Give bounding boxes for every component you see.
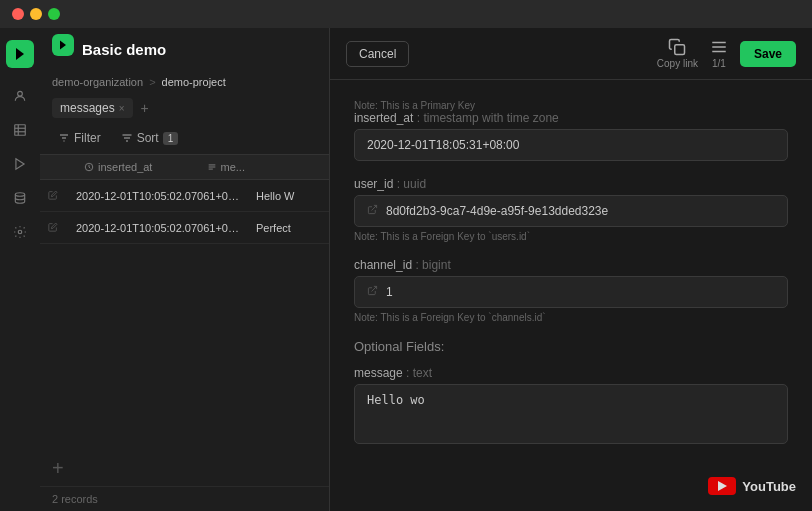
svg-line-22 bbox=[372, 286, 377, 291]
sort-icon bbox=[121, 132, 133, 144]
svg-point-7 bbox=[15, 193, 24, 197]
main-layout: Basic demo demo-organization > demo-proj… bbox=[0, 28, 812, 511]
filter-label: Filter bbox=[74, 131, 101, 145]
svg-marker-0 bbox=[16, 48, 24, 60]
table-col-checkbox bbox=[48, 155, 76, 179]
text-icon bbox=[207, 162, 217, 172]
field-note-user-fk: Note: This is a Foreign Key to `users.id… bbox=[354, 231, 788, 242]
table-rows: 2020-12-01T10:05:02.07061+00:00 Hello W … bbox=[40, 180, 329, 451]
tab-messages[interactable]: messages × bbox=[52, 98, 133, 118]
youtube-watermark: YouTube bbox=[708, 477, 796, 495]
breadcrumb-org: demo-organization bbox=[52, 76, 143, 88]
cancel-button[interactable]: Cancel bbox=[346, 41, 409, 67]
field-note-channel-fk: Note: This is a Foreign Key to `channels… bbox=[354, 312, 788, 323]
svg-rect-17 bbox=[675, 45, 685, 55]
row-cell-message-1: Hello W bbox=[248, 190, 321, 202]
row-cell-timestamp-1: 2020-12-01T10:05:02.07061+00:00 bbox=[68, 190, 248, 202]
sort-button[interactable]: Sort 1 bbox=[115, 128, 185, 148]
filter-icon bbox=[58, 132, 70, 144]
field-value-text-inserted-at: 2020-12-01T18:05:31+08:00 bbox=[367, 138, 519, 152]
field-inserted-at: Note: This is a Primary Key inserted_at … bbox=[354, 100, 788, 161]
app-title: Basic demo bbox=[82, 41, 166, 58]
table-col-message[interactable]: me... bbox=[199, 155, 322, 179]
filter-row: Filter Sort 1 bbox=[40, 122, 329, 154]
right-panel: Cancel Copy link 1/1 Save Note: This is … bbox=[330, 28, 812, 511]
pagination-icon bbox=[710, 38, 728, 56]
pagination-label: 1/1 bbox=[712, 58, 726, 69]
sidebar-icon-play[interactable] bbox=[6, 150, 34, 178]
field-label-message: message : text bbox=[354, 366, 788, 380]
table-row[interactable]: 2020-12-01T10:05:02.07061+00:00 Hello W bbox=[40, 180, 329, 212]
row-cell-message-2: Perfect bbox=[248, 222, 321, 234]
sort-label: Sort bbox=[137, 131, 159, 145]
svg-marker-6 bbox=[16, 159, 24, 170]
field-value-user-id[interactable]: 8d0fd2b3-9ca7-4d9e-a95f-9e13dded323e bbox=[354, 195, 788, 227]
svg-rect-2 bbox=[15, 125, 26, 136]
field-user-id: user_id : uuid 8d0fd2b3-9ca7-4d9e-a95f-9… bbox=[354, 177, 788, 242]
copy-link-icon bbox=[668, 38, 686, 56]
tab-close-icon[interactable]: × bbox=[119, 103, 125, 114]
field-value-inserted-at[interactable]: 2020-12-01T18:05:31+08:00 bbox=[354, 129, 788, 161]
sidebar-icon-user[interactable] bbox=[6, 82, 34, 110]
field-value-channel-id[interactable]: 1 bbox=[354, 276, 788, 308]
optional-heading: Optional Fields: bbox=[354, 339, 788, 354]
svg-point-1 bbox=[18, 91, 23, 96]
row-edit-icon-2 bbox=[48, 222, 68, 234]
app-logo bbox=[6, 40, 34, 68]
field-value-text-channel-id: 1 bbox=[386, 285, 393, 299]
table-header: inserted_at me... bbox=[40, 154, 329, 180]
tab-messages-label: messages bbox=[60, 101, 115, 115]
svg-line-21 bbox=[372, 205, 377, 210]
external-link-icon-user bbox=[367, 204, 378, 218]
field-label-user-id: user_id : uuid bbox=[354, 177, 788, 191]
field-label-channel-id: channel_id : bigint bbox=[354, 258, 788, 272]
title-bar bbox=[0, 0, 812, 28]
tabs-row: messages × + bbox=[40, 94, 329, 122]
table-footer: 2 records bbox=[40, 486, 329, 511]
field-value-text-user-id: 8d0fd2b3-9ca7-4d9e-a95f-9e13dded323e bbox=[386, 204, 608, 218]
message-input[interactable]: Hello wo bbox=[354, 384, 788, 444]
external-link-icon-channel bbox=[367, 285, 378, 299]
table-col-inserted-at[interactable]: inserted_at bbox=[76, 155, 199, 179]
traffic-light-green[interactable] bbox=[48, 8, 60, 20]
save-button[interactable]: Save bbox=[740, 41, 796, 67]
pagination-area: 1/1 bbox=[710, 38, 728, 69]
sidebar-icon-database[interactable] bbox=[6, 184, 34, 212]
breadcrumb: demo-organization > demo-project bbox=[40, 66, 329, 94]
row-cell-timestamp-2: 2020-12-01T10:05:02.07061+00:00 bbox=[68, 222, 248, 234]
sidebar-icon-table[interactable] bbox=[6, 116, 34, 144]
copy-link-label: Copy link bbox=[657, 58, 698, 69]
sidebar bbox=[0, 28, 40, 511]
col-header-label-2: me... bbox=[221, 161, 245, 173]
sort-badge: 1 bbox=[163, 132, 179, 145]
field-label-inserted-at: inserted_at : timestamp with time zone bbox=[354, 111, 788, 125]
field-channel-id: channel_id : bigint 1 Note: This is a Fo… bbox=[354, 258, 788, 323]
copy-link-area[interactable]: Copy link bbox=[657, 38, 698, 69]
field-note-pk: Note: This is a Primary Key bbox=[354, 100, 788, 111]
traffic-light-yellow[interactable] bbox=[30, 8, 42, 20]
svg-point-8 bbox=[18, 230, 22, 234]
app-logo-small bbox=[52, 34, 74, 56]
youtube-icon bbox=[708, 477, 736, 495]
clock-icon bbox=[84, 162, 94, 172]
table-row[interactable]: 2020-12-01T10:05:02.07061+00:00 Perfect bbox=[40, 212, 329, 244]
optional-fields-section: Optional Fields: message : text Hello wo bbox=[354, 339, 788, 448]
row-edit-icon-1 bbox=[48, 190, 68, 202]
breadcrumb-separator: > bbox=[149, 76, 155, 88]
app-title-row: Basic demo bbox=[40, 28, 329, 66]
svg-marker-9 bbox=[60, 41, 66, 50]
detail-content: Note: This is a Primary Key inserted_at … bbox=[330, 80, 812, 511]
filter-button[interactable]: Filter bbox=[52, 128, 107, 148]
tab-add-button[interactable]: + bbox=[137, 98, 153, 118]
breadcrumb-project: demo-project bbox=[162, 76, 226, 88]
detail-header: Cancel Copy link 1/1 Save bbox=[330, 28, 812, 80]
col-header-label-1: inserted_at bbox=[98, 161, 152, 173]
sidebar-icon-settings[interactable] bbox=[6, 218, 34, 246]
traffic-light-red[interactable] bbox=[12, 8, 24, 20]
add-row-button[interactable]: + bbox=[40, 451, 329, 486]
youtube-text: YouTube bbox=[742, 479, 796, 494]
left-panel: Basic demo demo-organization > demo-proj… bbox=[40, 28, 330, 511]
